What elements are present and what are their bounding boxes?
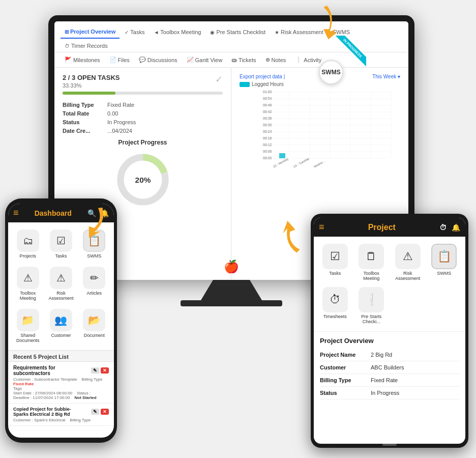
tablet-icons-grid: ☑ Tasks 🗒 Toolbox Meeting ⚠ Risk Assessm… [314, 237, 465, 332]
customer-icon: 👥 [50, 309, 72, 331]
tablet-icon-risk[interactable]: ⚠ Risk Assessment [391, 242, 425, 283]
tab-notes[interactable]: ⊕ Notes [261, 54, 290, 65]
tablet-icon-toolbox[interactable]: 🗒 Toolbox Meeting [354, 242, 389, 283]
chart-legend: Logged Hours [240, 81, 400, 87]
pre-starts-icon: ❕ [359, 287, 384, 312]
monitor-base [181, 300, 282, 306]
svg-text:24 - Tuesday: 24 - Tuesday [293, 157, 310, 168]
tablet-customer-row: Customer ABC Builders [320, 361, 459, 374]
phone-icon-document[interactable]: 📂 Document [79, 306, 110, 346]
svg-rect-32 [279, 153, 285, 158]
tablet-project-title: Project [368, 223, 396, 232]
date-row: Date Cre... ...04/2024 [63, 128, 223, 134]
tab-tickets[interactable]: 🎟 Tickets [227, 55, 260, 65]
tasks-check-icon: ☑ [322, 244, 348, 269]
tablet-timer-icon[interactable]: ⏱ [439, 223, 447, 232]
svg-text:00:06: 00:06 [263, 150, 272, 153]
svg-text:23 - Monday: 23 - Monday [273, 157, 289, 168]
tablet-bell-icon[interactable]: 🔔 [452, 223, 460, 232]
check-icon: ✓ [125, 30, 129, 35]
tablet-screen: ≡ Project ⏱ 🔔 ☑ Tasks 🗒 Toolbox Meeting … [314, 218, 465, 444]
phone-icon-customer[interactable]: 👥 Customer [45, 306, 76, 346]
toolbox-icon: ⚠ [17, 267, 39, 289]
tablet-icon-swms[interactable]: 📋 SWMS [427, 242, 462, 283]
tablet-menu-icon[interactable]: ≡ [319, 222, 324, 233]
tablet-icon-tasks[interactable]: ☑ Tasks [318, 242, 352, 283]
svg-text:20%: 20% [135, 176, 151, 184]
project-progress-title: Project Progress [63, 139, 223, 146]
circle-icon: ◉ [210, 30, 215, 35]
billing-row: Billing Type Fixed Rate [63, 102, 223, 108]
tablet-header-right: ⏱ 🔔 [439, 223, 460, 232]
tablet-overview-title: Project Overview [320, 337, 459, 345]
svg-text:00:54: 00:54 [263, 97, 272, 100]
apple-logo: 🍎 [224, 260, 239, 274]
grid-icon: ⊞ [65, 29, 69, 35]
project-2-actions: ✎ ✕ [91, 409, 109, 415]
notes-icon: ⊕ [265, 56, 270, 63]
svg-text:00:30: 00:30 [263, 123, 272, 127]
shared-docs-icon: 📁 [17, 309, 39, 331]
svg-text:00:42: 00:42 [263, 110, 272, 113]
legend-box [240, 82, 250, 87]
tablet-icon-pre-starts[interactable]: ❕ Pre Starts Checki... [354, 285, 389, 326]
tablet-overview: Project Overview Project Name 2 Big Rd C… [314, 332, 465, 405]
activity-icon: ❕ [295, 56, 302, 63]
tab-project-overview[interactable]: ⊞ Project Overview [61, 25, 120, 39]
timesheets-icon: ⏱ [322, 287, 348, 312]
tasks-percent: 33.33% [63, 82, 120, 89]
phone-icon-articles[interactable]: ✏ Articles [79, 264, 110, 304]
svg-text:00:00: 00:00 [263, 156, 272, 160]
toolbox-icon: ◄ [154, 30, 159, 35]
chart-icon: 📈 [187, 56, 194, 63]
chart-area: 01:00 00:54 00:48 00:42 00:36 00:30 00:2… [240, 87, 400, 168]
tab-tasks[interactable]: ✓ Tasks [121, 26, 148, 38]
svg-text:00:48: 00:48 [263, 103, 272, 107]
project-2-title: Copied Project for Subbie-Sparks Electri… [13, 407, 109, 417]
delete-button[interactable]: ✕ [101, 367, 109, 374]
delete-button-2[interactable]: ✕ [101, 409, 109, 415]
phone-icon-risk[interactable]: ⚠ Risk Assessment [45, 264, 76, 304]
edit-button-2[interactable]: ✎ [91, 409, 99, 415]
tab-discussions[interactable]: 💬 Discussions [135, 54, 182, 65]
tab-pre-starts[interactable]: ◉ Pre Starts Checklist [206, 26, 270, 38]
phone-icon-projects[interactable]: 🗂 Projects [12, 226, 43, 262]
phone-project-2: Copied Project for Subbie-Sparks Electri… [8, 404, 114, 426]
progress-bar [63, 92, 223, 95]
star-icon: ★ [275, 30, 279, 35]
check-circle-icon: ✓ [215, 74, 223, 85]
document-icon: 📂 [83, 309, 105, 331]
discussion-icon: 💬 [139, 56, 146, 63]
flag-icon: 🚩 [65, 56, 72, 63]
total-rate-row: Total Rate 0.00 [63, 110, 223, 117]
phone-dashboard-title: Dashboard [35, 209, 72, 217]
week-selector[interactable]: This Week ▾ [372, 74, 400, 79]
tablet-icon-timesheets[interactable]: ⏱ Timesheets [318, 285, 352, 326]
risk-assessment-icon: ⚠ [395, 244, 421, 269]
projects-icon: 🗂 [17, 230, 39, 252]
export-link[interactable]: Export project data | [240, 74, 285, 79]
phone-menu-icon[interactable]: ≡ [13, 208, 19, 218]
svg-text:00:24: 00:24 [263, 130, 272, 133]
tablet-project-name-row: Project Name 2 Big Rd [320, 349, 459, 361]
tab-activity[interactable]: ❕ Activity [291, 54, 325, 65]
status-row: Status In Progress [63, 119, 223, 125]
phone-icon-toolbox[interactable]: ⚠ Toolbox Meeting [12, 264, 43, 304]
tab-milestones[interactable]: 🚩 Milestones [61, 54, 104, 65]
tab-toolbox-meeting[interactable]: ◄ Toolbox Meeting [150, 26, 205, 38]
toolbox-meeting-icon: 🗒 [359, 244, 384, 269]
phone-icon-shared-docs[interactable]: 📁 Shared Documents [12, 306, 43, 346]
tab-files[interactable]: 📄 Files [105, 54, 134, 65]
ticket-icon: 🎟 [231, 57, 237, 63]
progress-bar-fill [63, 92, 115, 95]
tab-timer-records[interactable]: ⏱ Timer Records [61, 40, 112, 52]
project-2-meta: Customer : Spark's Electrical Billing Ty… [13, 418, 109, 422]
risk-icon: ⚠ [50, 267, 72, 289]
file-icon: 📄 [109, 56, 116, 63]
tab-gantt[interactable]: 📈 Gantt View [183, 54, 227, 65]
project-1-title: Requirements for subcontractors ✎ ✕ [13, 365, 109, 376]
edit-button[interactable]: ✎ [91, 367, 99, 374]
svg-text:01:00: 01:00 [263, 90, 272, 94]
project-1-meta: Customer : Subcontractor Template Billin… [13, 377, 109, 400]
svg-text:00:12: 00:12 [263, 143, 272, 147]
